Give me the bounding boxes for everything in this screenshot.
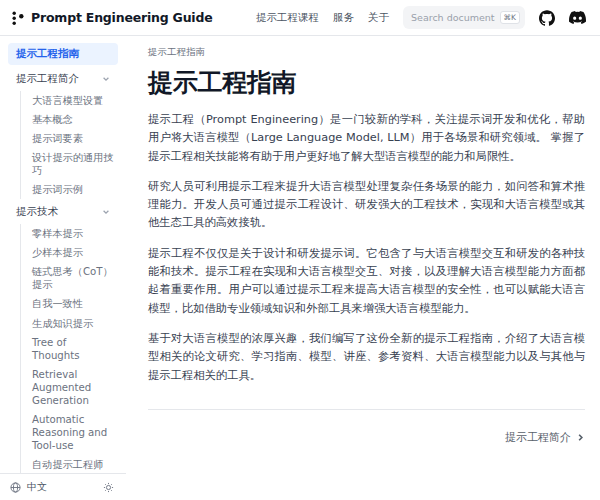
sidebar-item[interactable]: Tree of Thoughts (30, 333, 118, 365)
breadcrumb: 提示工程指南 (148, 46, 585, 59)
theme-toggle-sun-icon[interactable] (103, 482, 114, 493)
header: Prompt Engineering Guide 提示工程课程 服务 关于 ⌘K (0, 0, 600, 36)
sidebar-section-introduction[interactable]: 提示工程简介 (8, 68, 118, 90)
sidebar-sublist-introduction: 大语言模型设置 基本概念 提示词要素 设计提示的通用技巧 提示词示例 (20, 91, 118, 199)
sidebar-footer: 中文 (0, 473, 126, 500)
content-divider (148, 409, 585, 410)
sidebar-item[interactable]: 自动提示工程师 (30, 455, 118, 473)
paragraph: 基于对大语言模型的浓厚兴趣，我们编写了这份全新的提示工程指南，介绍了大语言模型相… (148, 330, 585, 385)
pagination: 提示工程简介 (148, 430, 585, 445)
sidebar-item[interactable]: 大语言模型设置 (30, 91, 118, 110)
sidebar: 提示工程指南 提示工程简介 大语言模型设置 基本概念 提示词要素 设计提示的通用… (0, 36, 126, 500)
globe-icon (10, 482, 21, 493)
chevron-right-icon (576, 433, 585, 442)
sidebar-item[interactable]: 设计提示的通用技巧 (30, 148, 118, 180)
discord-icon[interactable] (569, 9, 586, 26)
sidebar-nav: 提示工程指南 提示工程简介 大语言模型设置 基本概念 提示词要素 设计提示的通用… (0, 36, 126, 473)
search-input[interactable] (411, 12, 495, 23)
nav-link-about[interactable]: 关于 (368, 11, 389, 25)
sidebar-sublist-techniques: 零样本提示 少样本提示 链式思考（CoT）提示 自我一致性 生成知识提示 Tre… (20, 224, 118, 473)
sidebar-item[interactable]: 生成知识提示 (30, 314, 118, 333)
next-page-link[interactable]: 提示工程简介 (505, 430, 585, 445)
chevron-down-icon (102, 75, 110, 83)
sidebar-item[interactable]: 提示词示例 (30, 180, 118, 199)
logo[interactable]: Prompt Engineering Guide (12, 9, 212, 26)
sidebar-section-label: 提示工程简介 (16, 72, 79, 86)
sidebar-item[interactable]: 链式思考（CoT）提示 (30, 262, 118, 294)
page-body: 提示工程指南 提示工程简介 大语言模型设置 基本概念 提示词要素 设计提示的通用… (0, 36, 600, 500)
logo-dots-icon (12, 9, 25, 26)
language-label: 中文 (27, 480, 47, 494)
next-page-label: 提示工程简介 (505, 430, 571, 445)
sidebar-item[interactable]: 零样本提示 (30, 224, 118, 243)
search-shortcut-badge: ⌘K (500, 11, 520, 24)
logo-text: Prompt Engineering Guide (31, 10, 212, 25)
sidebar-item[interactable]: 少样本提示 (30, 243, 118, 262)
sidebar-section-techniques[interactable]: 提示技术 (8, 201, 118, 223)
paragraph: 提示工程（Prompt Engineering）是一门较新的学科，关注提示词开发… (148, 111, 585, 166)
header-nav: 提示工程课程 服务 关于 ⌘K (256, 6, 586, 29)
sidebar-item[interactable]: 自我一致性 (30, 294, 118, 313)
nav-link-course[interactable]: 提示工程课程 (256, 11, 319, 25)
chevron-down-icon (102, 208, 110, 216)
sidebar-item[interactable]: Automatic Reasoning and Tool-use (30, 410, 118, 455)
sidebar-item[interactable]: 基本概念 (30, 110, 118, 129)
sidebar-section-label: 提示技术 (16, 205, 58, 219)
paragraph: 研究人员可利用提示工程来提升大语言模型处理复杂任务场景的能力，如问答和算术推理能… (148, 178, 585, 233)
search-box[interactable]: ⌘K (403, 6, 525, 29)
sidebar-item[interactable]: Retrieval Augmented Generation (30, 365, 118, 410)
nav-link-services[interactable]: 服务 (333, 11, 354, 25)
paragraph: 提示工程不仅仅是关于设计和研发提示词。它包含了与大语言模型交互和研发的各种技能和… (148, 245, 585, 318)
github-icon[interactable] (539, 10, 555, 26)
sidebar-item[interactable]: 提示词要素 (30, 129, 118, 148)
page-title: 提示工程指南 (148, 66, 585, 99)
language-selector[interactable]: 中文 (10, 480, 47, 494)
main-content: 提示工程指南 提示工程指南 提示工程（Prompt Engineering）是一… (126, 36, 600, 500)
sidebar-item-guide-active[interactable]: 提示工程指南 (8, 43, 118, 65)
